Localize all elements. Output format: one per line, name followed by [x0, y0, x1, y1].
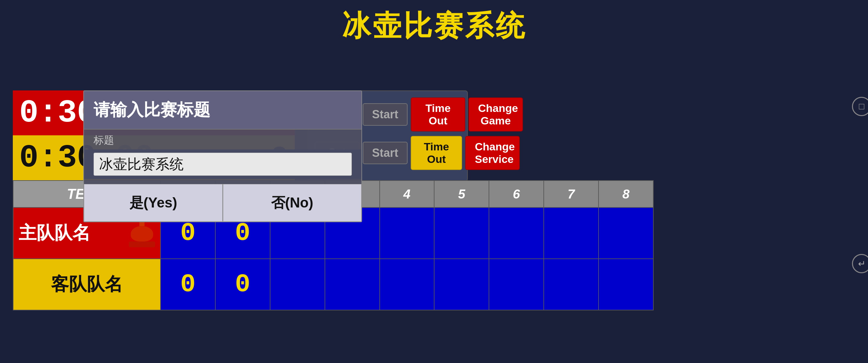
start-button-2[interactable]: Start [363, 142, 408, 164]
change-game-button[interactable]: Change Game [468, 97, 523, 132]
home-score-8[interactable] [598, 207, 653, 259]
timeout-button-1[interactable]: Time Out [411, 97, 465, 132]
home-score-5[interactable] [434, 207, 489, 259]
away-score-3[interactable] [325, 259, 380, 310]
away-score-7[interactable] [544, 259, 598, 310]
col-header-8: 8 [598, 180, 653, 207]
away-score-4[interactable] [380, 259, 434, 310]
right-icon-1[interactable]: □ [852, 97, 868, 116]
curling-stone-icon [129, 219, 155, 247]
col-header-4: 4 [380, 180, 434, 207]
away-team-row: 客队队名 0 0 [13, 259, 653, 310]
col-header-7: 7 [544, 180, 598, 207]
start-button-1[interactable]: Start [363, 103, 408, 126]
away-team-cell: 客队队名 [13, 259, 160, 310]
away-score-2[interactable] [270, 259, 325, 310]
col-header-6: 6 [489, 180, 544, 207]
dialog-no-button[interactable]: 否(No) [223, 184, 362, 222]
away-score-8[interactable] [598, 259, 653, 310]
main-title: 冰壶比赛系统 [0, 0, 868, 49]
timeout-button-2[interactable]: Time Out [411, 136, 462, 170]
away-score-6[interactable] [489, 259, 544, 310]
dialog-input[interactable] [94, 152, 352, 176]
dialog-label: 标题 [84, 130, 362, 149]
dialog-title: 请输入比赛标题 [84, 91, 362, 130]
col-header-5: 5 [434, 180, 489, 207]
home-team-name: 主队队名 [19, 221, 90, 245]
right-icon-2[interactable]: ↵ [852, 254, 868, 273]
dialog-yes-button[interactable]: 是(Yes) [84, 184, 223, 222]
away-score-1[interactable]: 0 [215, 259, 270, 310]
dialog-overlay: 请输入比赛标题 标题 是(Yes) 否(No) [83, 90, 362, 222]
away-score-t[interactable]: 0 [160, 259, 215, 310]
home-score-4[interactable] [380, 207, 434, 259]
home-score-7[interactable] [544, 207, 598, 259]
home-score-6[interactable] [489, 207, 544, 259]
change-service-button[interactable]: Change Service [465, 136, 520, 170]
away-score-5[interactable] [434, 259, 489, 310]
away-team-name: 客队队名 [51, 274, 123, 294]
